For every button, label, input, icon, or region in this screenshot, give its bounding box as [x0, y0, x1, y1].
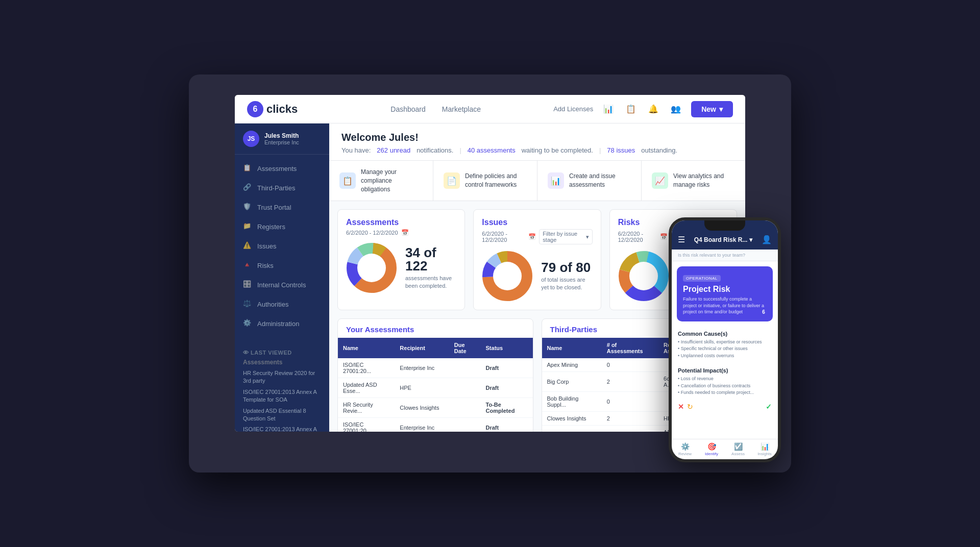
table-row[interactable]: ISO/IEC 27001:20... Enterprise Inc Draft — [338, 358, 533, 378]
svg-point-5 — [357, 254, 386, 282]
sidebar-item-authorities-label: Authorities — [257, 301, 288, 308]
phone-nav-insights[interactable]: 📊 Insights — [751, 439, 778, 459]
tp-cell-assessments: 0 — [602, 392, 658, 412]
phone-nav-assess[interactable]: ☑️ Assess — [725, 439, 751, 459]
users-icon[interactable]: 👥 — [669, 102, 683, 116]
assessments-icon: 📋 — [243, 164, 252, 173]
assessments-chart-body: 34 of 122 assessments have been complete… — [346, 242, 456, 293]
phone-title-chevron: ▾ — [749, 236, 752, 243]
phone-nav-insights-label: Insights — [757, 452, 772, 456]
list-item[interactable]: HR Security Review 2020 for 3rd party — [243, 368, 321, 387]
quick-action-compliance-label: Manage your compliance obligations — [361, 168, 423, 193]
issues-link[interactable]: 78 issues — [607, 146, 635, 154]
phone-nav-assess-label: Assess — [731, 452, 745, 456]
authorities-icon: ⚖️ — [243, 300, 252, 309]
analytics-icon: 📈 — [652, 172, 668, 189]
action-refresh-button[interactable]: ↻ — [687, 403, 693, 411]
list-item[interactable]: ISO/IEC 27001:2013 Annex A Template for … — [243, 387, 321, 406]
logo-icon: 6 — [247, 101, 263, 117]
issues-date: 6/2/2020 - 12/2/2020 — [482, 231, 525, 243]
sidebar-user: JS Jules Smith Enterprise Inc — [235, 123, 329, 155]
phone-title: Q4 Board Risk R... ▾ — [694, 236, 753, 243]
assessments-table-title: Your Assessments — [338, 319, 533, 338]
phone-user-icon[interactable]: 👤 — [762, 235, 772, 244]
issues-donut — [482, 251, 533, 302]
sidebar-item-administration[interactable]: ⚙️ Administration — [235, 314, 329, 333]
cell-duedate — [449, 358, 481, 378]
quick-actions: 📋 Manage your compliance obligations 📄 D… — [329, 161, 745, 201]
sidebar-item-risks-label: Risks — [257, 262, 274, 269]
sidebar-item-trust-portal[interactable]: 🛡️ Trust Portal — [235, 197, 329, 217]
sidebar-item-internal-controls[interactable]: 🎛️ Internal Controls — [235, 275, 329, 294]
sidebar-item-registers[interactable]: 📁 Registers — [235, 217, 329, 236]
common-causes-title: Common Cause(s) — [678, 331, 772, 337]
col-header-name: Name — [338, 338, 395, 358]
tp-cell-name: Big Corp — [542, 372, 602, 392]
chart-icon[interactable]: 📊 — [601, 102, 616, 116]
table-row[interactable]: Updated ASD Esse... HPE Draft — [338, 378, 533, 398]
tp-cell-assessments: 1 — [602, 426, 658, 432]
risk-tag: OPERATIONAL — [683, 275, 721, 282]
sidebar-nav: 📋 Assessments 🔗 Third-Parties 🛡️ Trust P… — [235, 155, 329, 337]
administration-icon: ⚙️ — [243, 319, 252, 328]
action-x-button[interactable]: ✕ — [678, 403, 684, 411]
cell-recipient: Enterprise Inc — [395, 418, 449, 432]
cell-duedate — [449, 398, 481, 418]
phone-nav-review[interactable]: ⚙️ Review — [672, 439, 698, 459]
sidebar-item-registers-label: Registers — [257, 223, 285, 231]
risk-desc: Failure to successfully complete a proje… — [683, 296, 767, 315]
phone-nav-review-label: Review — [678, 452, 692, 456]
action-check-button[interactable]: ✓ — [766, 403, 772, 411]
clipboard-icon[interactable]: 📋 — [624, 102, 638, 116]
quick-action-analytics[interactable]: 📈 View analytics and manage risks — [642, 161, 745, 201]
phone-bottom-nav: ⚙️ Review 🎯 Identify ☑️ Assess 📊 Insight… — [672, 439, 778, 459]
table-row[interactable]: HR Security Revie... Clowes Insights To-… — [338, 398, 533, 418]
issues-stats: 79 of 80 of total issues are yet to be c… — [541, 261, 592, 292]
new-button[interactable]: New ▾ — [691, 101, 733, 117]
cell-status: To-Be Completed — [481, 398, 533, 418]
nav-dashboard[interactable]: Dashboard — [390, 105, 426, 113]
issues-filter-chevron: ▾ — [586, 234, 589, 240]
sidebar-item-risks[interactable]: 🔺 Risks — [235, 256, 329, 275]
assessments-date-row: 6/2/2020 - 12/2/2020 📅 — [346, 229, 456, 236]
issues-calendar-icon[interactable]: 📅 — [528, 233, 536, 240]
phone-6-badge: 6 — [758, 307, 769, 317]
assessments-big-num: 34 of 122 — [405, 246, 456, 272]
issues-filter[interactable]: Filter by issue stage ▾ — [539, 229, 592, 244]
calendar-icon[interactable]: 📅 — [401, 229, 409, 236]
notif-sep-1: | — [459, 146, 461, 154]
sidebar-item-issues[interactable]: ⚠️ Issues — [235, 236, 329, 256]
quick-action-create[interactable]: 📊 Create and issue assessments — [537, 161, 642, 201]
assessments-date: 6/2/2020 - 12/2/2020 — [346, 230, 398, 236]
sidebar-item-third-parties[interactable]: 🔗 Third-Parties — [235, 178, 329, 197]
cell-name: HR Security Revie... — [338, 398, 395, 418]
common-causes-text: • Insufficient skills, expertise or reso… — [678, 339, 772, 360]
sidebar-item-internal-controls-label: Internal Controls — [257, 281, 306, 289]
last-viewed-section: Assessments — [243, 359, 321, 366]
tp-col-header-assessments: # of Assessments — [602, 338, 658, 358]
phone-menu-icon[interactable]: ☰ — [678, 235, 685, 244]
unread-link[interactable]: 262 unread — [377, 146, 410, 154]
notif-issues-suffix: outstanding. — [641, 146, 677, 154]
quick-action-compliance[interactable]: 📋 Manage your compliance obligations — [329, 161, 433, 201]
assessments-chart-title: Assessments — [346, 218, 456, 227]
list-item[interactable]: ISO/IEC 27001:2013 Annex A Template for … — [243, 424, 321, 432]
tp-col-header-name: Name — [542, 338, 602, 358]
risks-icon: 🔺 — [243, 261, 252, 270]
col-header-duedate: Due Date — [449, 338, 481, 358]
assessments-link[interactable]: 40 assessments — [468, 146, 516, 154]
sidebar-item-authorities[interactable]: ⚖️ Authorities — [235, 294, 329, 314]
table-row[interactable]: ISO/IEC 27001:20... Enterprise Inc Draft — [338, 418, 533, 432]
registers-icon: 📁 — [243, 222, 252, 231]
nav-right: Add Licenses 📊 📋 🔔 👥 New ▾ — [553, 101, 733, 117]
add-licenses-link[interactable]: Add Licenses — [553, 105, 593, 113]
quick-action-policies[interactable]: 📄 Define policies and control frameworks — [433, 161, 537, 201]
bell-icon[interactable]: 🔔 — [646, 102, 660, 116]
risks-calendar-icon[interactable]: 📅 — [660, 233, 668, 240]
phone-nav-identify[interactable]: 🎯 Identify — [698, 439, 725, 459]
sidebar-item-assessments[interactable]: 📋 Assessments — [235, 159, 329, 178]
list-item[interactable]: Updated ASD Essential 8 Question Set — [243, 406, 321, 425]
nav-marketplace[interactable]: Marketplace — [442, 105, 481, 113]
potential-impacts-text: • Loss of revenue• Cancellation of busin… — [678, 376, 772, 396]
phone-overlay: ☰ Q4 Board Risk R... ▾ 👤 Is this risk re… — [669, 217, 781, 462]
